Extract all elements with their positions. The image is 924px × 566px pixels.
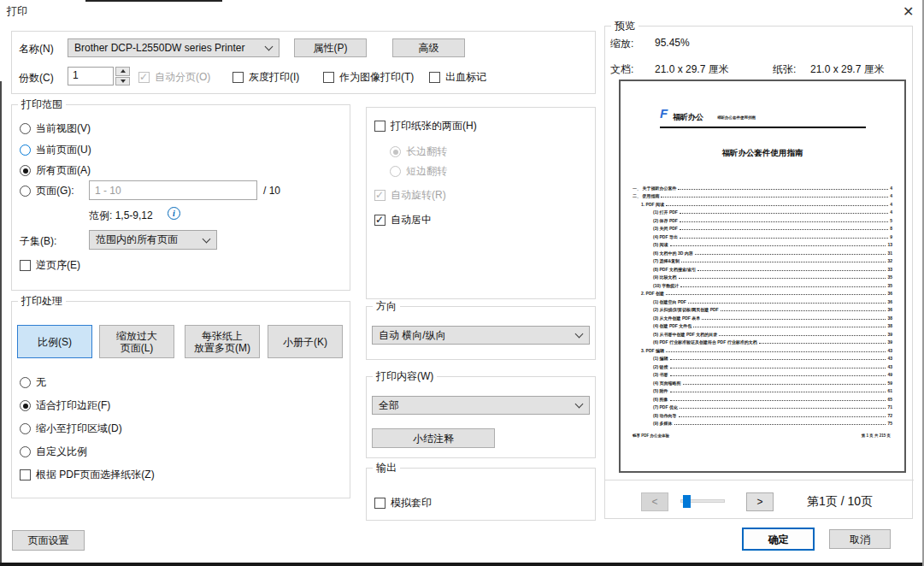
chevron-down-icon xyxy=(575,330,584,339)
toc-row: 1. PDF 阅读4 xyxy=(641,198,892,207)
grayscale-checkbox[interactable]: 灰度打印(I) xyxy=(232,70,299,85)
all-pages-radio[interactable]: 所有页面(A) xyxy=(20,163,91,178)
all-pages-label: 所有页面(A) xyxy=(36,163,91,178)
window-title: 打印 xyxy=(7,4,27,19)
toc-row: 二、 使用指南4 xyxy=(633,191,892,199)
custom-scale-radio[interactable]: 自定义比例 xyxy=(20,445,87,459)
copies-stepper[interactable]: 1 xyxy=(68,67,130,85)
cancel-button[interactable]: 取消 xyxy=(829,529,891,549)
current-view-radio[interactable]: 当前视图(V) xyxy=(20,121,91,136)
stepper-up-icon[interactable] xyxy=(115,67,130,76)
page-setup-button[interactable]: 页面设置 xyxy=(12,530,85,551)
subset-value: 范围内的所有页面 xyxy=(96,233,178,247)
copies-value[interactable]: 1 xyxy=(68,67,114,85)
both-sides-checkbox[interactable]: 打印纸张的两面(H) xyxy=(374,119,477,133)
auto-rotate-label: 自动旋转(R) xyxy=(391,188,446,203)
bleed-marks-label: 出血标记 xyxy=(445,70,486,85)
radio-icon xyxy=(20,144,31,156)
fit-margins-radio[interactable]: 适合打印边距(F) xyxy=(20,398,110,413)
page-slider-thumb[interactable] xyxy=(683,495,691,508)
checkbox-icon xyxy=(374,190,385,201)
toc-row: (8) 动作向导72 xyxy=(653,410,892,418)
background-edge-left xyxy=(0,81,2,563)
preview-doc-label: 文档: xyxy=(610,62,633,77)
preview-paper-value: 21.0 x 29.7 厘米 xyxy=(810,62,885,77)
toc-row: (6) 图像65 xyxy=(653,393,892,402)
pages-total-label: / 10 xyxy=(263,185,280,197)
preview-paper-label: 纸张: xyxy=(773,62,796,77)
properties-button[interactable]: 属性(P) xyxy=(294,38,367,57)
orientation-select[interactable]: 自动 横向/纵向 xyxy=(372,326,590,345)
radio-icon xyxy=(20,165,31,176)
print-content-select[interactable]: 全部 xyxy=(372,396,590,415)
preview-group: 预览 缩放: 95.45% 文档: 21.0 x 29.7 厘米 纸张: 21.… xyxy=(604,26,913,519)
copies-label: 份数(C) xyxy=(19,71,54,85)
auto-rotate-checkbox: 自动旋转(R) xyxy=(374,188,446,203)
advanced-button[interactable]: 高级 xyxy=(392,38,465,57)
auto-center-checkbox[interactable]: 自动居中 xyxy=(374,213,432,227)
subset-select[interactable]: 范围内的所有页面 xyxy=(89,230,217,250)
preview-zoom-label: 缩放: xyxy=(610,37,633,51)
checkbox-icon xyxy=(374,498,385,509)
pages-example: 范例: 1,5-9,12 xyxy=(89,209,153,223)
toc-row: 3. PDF 编辑43 xyxy=(641,345,892,353)
pages-input[interactable] xyxy=(89,180,257,200)
printer-name-value: Brother DCP-L2550DW series Printer xyxy=(74,42,244,54)
reverse-pages-label: 逆页序(E) xyxy=(36,258,80,273)
shrink-area-radio[interactable]: 缩小至打印区域(D) xyxy=(20,422,122,436)
toc-row: (3) 书签49 xyxy=(653,369,892,378)
bleed-marks-checkbox[interactable]: 出血标记 xyxy=(429,70,486,85)
long-edge-radio: 长边翻转 xyxy=(390,144,447,159)
current-page-radio[interactable]: 当前页面(U) xyxy=(20,143,91,157)
radio-icon xyxy=(390,166,401,177)
print-as-image-label: 作为图像打印(T) xyxy=(339,70,414,85)
info-icon[interactable]: i xyxy=(168,207,180,220)
short-edge-radio: 短边翻转 xyxy=(390,164,447,179)
collate-label: 自动分页(O) xyxy=(155,70,210,85)
tab-booklet[interactable]: 小册子(K) xyxy=(268,325,343,358)
choose-paper-checkbox[interactable]: 根据 PDF页面选择纸张(Z) xyxy=(20,468,155,482)
tab-scale[interactable]: 比例(S) xyxy=(17,325,92,358)
summarize-comments-button[interactable]: 小结注释 xyxy=(372,428,495,448)
simulate-overprint-label: 模拟套印 xyxy=(391,496,432,510)
checkbox-icon xyxy=(20,469,31,481)
scale-none-radio[interactable]: 无 xyxy=(20,375,46,390)
preview-separator xyxy=(605,480,914,481)
close-icon[interactable]: ✕ xyxy=(903,3,914,20)
foxit-logo-icon: F xyxy=(660,107,668,120)
custom-scale-label: 自定义比例 xyxy=(36,445,87,459)
chevron-down-icon xyxy=(203,234,211,243)
toc-row: (1) 编辑43 xyxy=(653,353,892,362)
output-title: 输出 xyxy=(373,462,400,475)
chevron-down-icon xyxy=(575,400,584,409)
toc-row: (6) 文档中的 3D 内容31 xyxy=(653,247,892,256)
toc-row: (1) 打开 PDF4 xyxy=(653,207,892,215)
doc-footer-left: 畅享 PDF 办公全体验 xyxy=(633,433,669,438)
toc-row: (4) PDF 导出9 xyxy=(653,231,892,239)
radio-icon xyxy=(20,446,31,457)
radio-icon xyxy=(20,400,31,411)
toc-row: (4) 创建 PDF 文件包38 xyxy=(653,321,892,329)
toc-row: (9) 比较文档35 xyxy=(653,272,892,280)
print-as-image-checkbox[interactable]: 作为图像打印(T) xyxy=(323,70,414,85)
reverse-pages-checkbox[interactable]: 逆页序(E) xyxy=(20,258,80,273)
printer-name-label: 名称(N) xyxy=(19,42,54,56)
output-group: 输出 模拟套印 xyxy=(366,468,596,521)
orientation-value: 自动 横向/纵向 xyxy=(379,328,446,343)
simulate-overprint-checkbox[interactable]: 模拟套印 xyxy=(374,496,432,510)
ok-button[interactable]: 确定 xyxy=(742,528,815,551)
toc-row: (5) 附件61 xyxy=(653,386,892,394)
copies-arrows[interactable] xyxy=(115,67,130,85)
toc-row: 一、 关于福昕办公套件4 xyxy=(633,182,892,191)
tab-shrink-oversized[interactable]: 缩放过大 页面(L) xyxy=(99,325,174,358)
printer-name-select[interactable]: Brother DCP-L2550DW series Printer xyxy=(68,38,280,57)
print-range-group: 打印范围 当前视图(V) 当前页面(U) 所有页面(A) 页面(G): / 10… xyxy=(11,104,350,291)
prev-page-button[interactable]: < xyxy=(641,492,668,511)
short-edge-label: 短边翻转 xyxy=(406,164,447,179)
pages-radio[interactable]: 页面(G): xyxy=(20,184,74,198)
radio-icon xyxy=(20,186,31,197)
tab-multiple-per-sheet[interactable]: 每张纸上 放置多页(M) xyxy=(185,325,260,358)
next-page-button[interactable]: > xyxy=(746,492,774,511)
stepper-down-icon[interactable] xyxy=(115,77,130,86)
subset-label: 子集(B): xyxy=(20,234,56,249)
